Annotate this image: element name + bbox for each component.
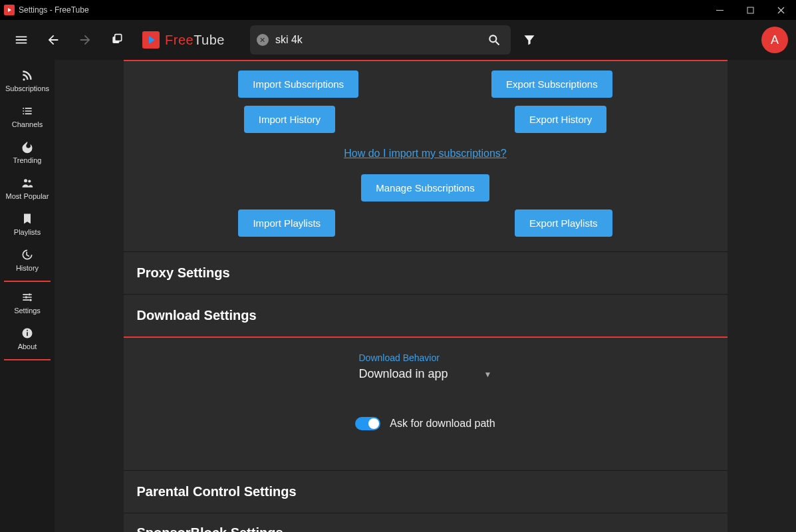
manage-subscriptions-button[interactable]: Manage Subscriptions xyxy=(361,174,489,201)
svg-point-10 xyxy=(29,299,31,301)
import-history-button[interactable]: Import History xyxy=(244,106,335,133)
export-history-button[interactable]: Export History xyxy=(515,106,606,133)
sidebar-item-subscriptions[interactable]: Subscriptions xyxy=(0,63,55,98)
avatar-letter: A xyxy=(771,33,779,47)
sidebar-item-playlists[interactable]: Playlists xyxy=(0,206,55,242)
search-field: ✕ xyxy=(250,25,511,55)
sidebar-item-label: Trending xyxy=(13,156,41,164)
svg-point-4 xyxy=(489,35,496,42)
download-settings-header[interactable]: Download Settings xyxy=(124,294,728,336)
ask-download-path-label: Ask for download path xyxy=(390,418,495,430)
chevron-down-icon: ▼ xyxy=(484,370,492,379)
section-title: Download Settings xyxy=(137,308,257,323)
profile-avatar[interactable]: A xyxy=(761,27,788,53)
data-settings-panel: Import Subscriptions Export Subscription… xyxy=(124,61,728,251)
sidebar-item-label: Playlists xyxy=(14,228,41,236)
logo-text: FreeTube xyxy=(165,33,225,48)
sidebar-separator xyxy=(4,359,51,360)
svg-point-6 xyxy=(24,179,27,182)
main-content: Import Subscriptions Export Subscription… xyxy=(55,60,796,532)
proxy-settings-header[interactable]: Proxy Settings xyxy=(124,251,728,294)
svg-point-7 xyxy=(28,180,31,182)
sidebar-item-about[interactable]: About xyxy=(0,321,55,356)
sidebar-item-label: Channels xyxy=(12,120,43,128)
download-behavior-dropdown[interactable]: Download in app ▼ xyxy=(359,367,492,384)
dropdown-value: Download in app xyxy=(359,367,448,381)
export-subscriptions-button[interactable]: Export Subscriptions xyxy=(491,70,612,98)
sidebar-item-trending[interactable]: Trending xyxy=(0,134,55,170)
sidebar-item-label: Subscriptions xyxy=(5,84,49,92)
download-behavior-label: Download Behavior xyxy=(359,352,492,363)
window-maximize-button[interactable] xyxy=(735,0,765,20)
parental-settings-header[interactable]: Parental Control Settings xyxy=(124,470,728,513)
section-title: SponsorBlock Settings xyxy=(137,525,283,532)
svg-rect-12 xyxy=(27,332,28,336)
sidebar-separator xyxy=(4,281,51,282)
window-minimize-button[interactable] xyxy=(704,0,735,20)
section-title: Proxy Settings xyxy=(137,265,230,281)
sidebar-item-history[interactable]: History xyxy=(0,242,55,278)
sidebar: Subscriptions Channels Trending Most Pop… xyxy=(0,60,55,532)
app-icon xyxy=(4,5,15,15)
app-logo[interactable]: FreeTube xyxy=(142,31,225,49)
section-title: Parental Control Settings xyxy=(137,484,297,499)
top-toolbar: FreeTube ✕ A xyxy=(0,20,796,60)
sidebar-item-label: History xyxy=(16,264,39,272)
svg-point-8 xyxy=(29,293,31,295)
export-playlists-button[interactable]: Export Playlists xyxy=(515,209,612,237)
svg-rect-1 xyxy=(747,7,753,13)
sidebar-item-label: About xyxy=(18,342,37,350)
search-button[interactable] xyxy=(484,27,504,53)
sponsorblock-settings-header[interactable]: SponsorBlock Settings xyxy=(124,513,728,532)
new-window-button[interactable] xyxy=(104,27,130,53)
svg-rect-3 xyxy=(115,35,122,41)
logo-mark-icon xyxy=(142,31,160,49)
svg-line-5 xyxy=(495,42,499,45)
sidebar-item-popular[interactable]: Most Popular xyxy=(0,170,55,206)
ask-download-path-toggle[interactable] xyxy=(355,417,380,430)
clear-search-button[interactable]: ✕ xyxy=(257,34,269,46)
download-settings-panel: Download Behavior Download in app ▼ Ask … xyxy=(124,338,728,470)
svg-rect-0 xyxy=(716,10,724,11)
sidebar-item-channels[interactable]: Channels xyxy=(0,98,55,134)
filter-button[interactable] xyxy=(516,27,543,53)
search-input[interactable] xyxy=(275,34,484,46)
sidebar-item-settings[interactable]: Settings xyxy=(0,285,55,321)
sidebar-item-label: Most Popular xyxy=(6,192,49,200)
window-titlebar: Settings - FreeTube xyxy=(0,0,796,20)
window-close-button[interactable] xyxy=(765,0,796,20)
nav-forward-button[interactable] xyxy=(72,27,98,53)
nav-back-button[interactable] xyxy=(40,27,66,53)
import-help-link[interactable]: How do I import my subscriptions? xyxy=(344,148,507,160)
svg-point-9 xyxy=(25,296,27,298)
import-playlists-button[interactable]: Import Playlists xyxy=(238,209,335,237)
hamburger-menu-button[interactable] xyxy=(8,27,35,53)
window-title: Settings - FreeTube xyxy=(19,5,89,15)
sidebar-item-label: Settings xyxy=(14,307,41,315)
import-subscriptions-button[interactable]: Import Subscriptions xyxy=(238,70,358,98)
svg-rect-13 xyxy=(27,330,28,331)
